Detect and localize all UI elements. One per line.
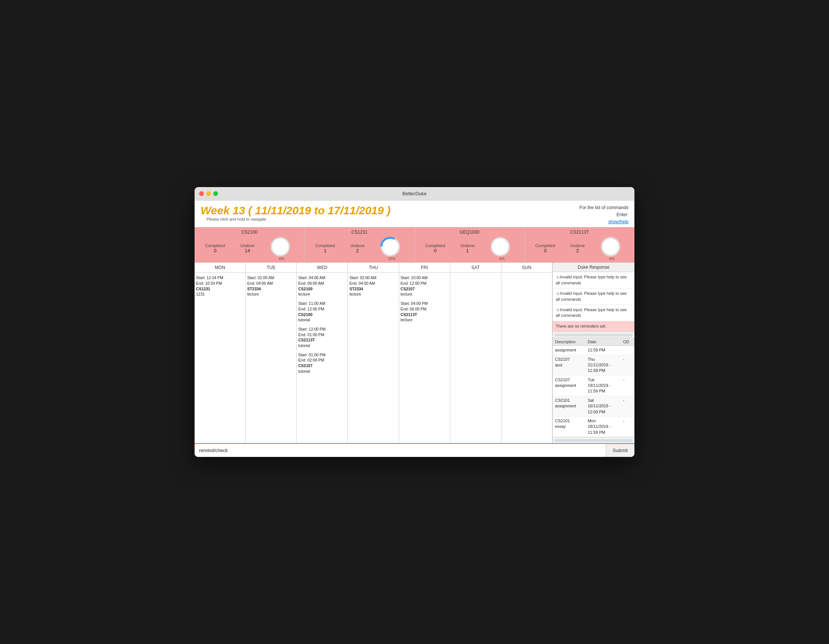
event-start: Start: 02:00 AM bbox=[349, 275, 397, 280]
close-button[interactable] bbox=[199, 191, 204, 196]
event-end: End: 04:00 AM bbox=[349, 280, 397, 286]
completed-label: Completed bbox=[425, 243, 445, 248]
response-messages[interactable]: ☺Invalid input. Please type help to see … bbox=[553, 272, 634, 332]
top-scrollbar[interactable] bbox=[553, 332, 634, 338]
completed-value: 0 bbox=[544, 248, 547, 254]
module-stats: Completed 0 Undone 14 0% bbox=[197, 236, 301, 260]
event-start: Start: 10:00 AM bbox=[401, 275, 448, 280]
days-body: Start: 12:34 PM End: 10:34 PM CS1231 123… bbox=[195, 273, 552, 443]
svg-point-0 bbox=[271, 238, 289, 256]
day-column-sun bbox=[501, 273, 552, 443]
module-name: CS2100 bbox=[241, 230, 257, 235]
module-stats: Completed 0 Undone 2 0% bbox=[528, 236, 632, 260]
table-cell: Sat 16/11/2019 - 12:00 PM bbox=[586, 396, 621, 416]
table-header: Date bbox=[586, 338, 621, 346]
event-end: End: 06:00 PM bbox=[401, 306, 448, 312]
tasks-table[interactable]: DescriptionDateOD assignment11:59 PMCS21… bbox=[553, 338, 634, 437]
response-message: There are no reminders set. bbox=[553, 321, 634, 332]
event-type: lecture bbox=[401, 291, 448, 297]
day-header: SAT bbox=[450, 263, 501, 272]
event-start: Start: 02:00 AM bbox=[247, 275, 295, 280]
titlebar: BetterDuke bbox=[195, 187, 634, 200]
event-start: Start: 12:00 PM bbox=[298, 326, 346, 332]
event-type: tutorial bbox=[298, 368, 346, 374]
week-title: Week 13 ( 11/11/2019 to 17/11/2019 ) bbox=[200, 204, 391, 217]
donut-percent: 0% bbox=[609, 257, 614, 261]
table-cell: CS2107 assignment bbox=[553, 375, 586, 396]
event-course: CS2100 bbox=[298, 286, 346, 292]
table-cell: - bbox=[621, 355, 634, 375]
donut-percent: 33% bbox=[388, 257, 396, 261]
event-course: ST2334 bbox=[247, 286, 295, 292]
day-column-sat bbox=[450, 273, 501, 443]
event-course: CS1231 bbox=[196, 286, 244, 292]
undone-value: 14 bbox=[244, 248, 250, 254]
event-end: End: 06:00 AM bbox=[298, 280, 346, 286]
command-input[interactable] bbox=[195, 444, 606, 457]
calendar-grid: MONTUEWEDTHUFRISATSUN Start: 12:34 PM En… bbox=[195, 263, 552, 443]
table-row: CS2107 quizThu 21/11/2019 - 11:59 PM- bbox=[553, 355, 634, 375]
table-cell: Tue 19/11/2019 - 11:59 PM bbox=[586, 375, 621, 396]
help-line2: Enter: bbox=[616, 212, 629, 217]
day-column-tue: Start: 02:00 AM End: 04:00 AM ST2334 lec… bbox=[246, 273, 297, 443]
event-course: CS2113T bbox=[298, 337, 346, 343]
scrollbar-track-bottom bbox=[554, 439, 633, 442]
module-stats: Completed 1 Undone 2 33% bbox=[307, 236, 411, 260]
main-content: Week 13 ( 11/11/2019 to 17/11/2019 ) Ple… bbox=[195, 200, 634, 457]
response-message: ☺Invalid input. Please type help to see … bbox=[553, 305, 634, 321]
completed-stat: Completed 0 bbox=[535, 243, 555, 254]
help-link[interactable]: show/help bbox=[608, 219, 629, 224]
day-column-thu: Start: 02:00 AM End: 04:00 AM ST2334 lec… bbox=[348, 273, 399, 443]
undone-stat: Undone 2 bbox=[570, 243, 585, 254]
module-stats: Completed 0 Undone 1 0% bbox=[418, 236, 522, 260]
event-start: Start: 11:00 AM bbox=[298, 301, 346, 306]
event-course: CS2113T bbox=[401, 312, 448, 318]
svg-point-4 bbox=[602, 238, 619, 256]
event-course: CS2107 bbox=[401, 286, 448, 292]
event-course: ST2334 bbox=[349, 286, 397, 292]
event-end: End: 10:34 PM bbox=[196, 280, 244, 286]
event-type: tutorial bbox=[298, 317, 346, 323]
event-block: Start: 12:00 PM End: 01:00 PM CS2113T tu… bbox=[298, 326, 346, 348]
table-row: CS2101 essayMon 18/11/2019 - 11:59 PM- bbox=[553, 417, 634, 437]
completed-label: Completed bbox=[315, 243, 335, 248]
event-type: lecture bbox=[298, 291, 346, 297]
module-name: CS2113T bbox=[570, 230, 589, 235]
donut-chart: 0% bbox=[600, 236, 624, 260]
submit-button[interactable]: Submit bbox=[606, 444, 634, 457]
completed-stat: Completed 1 bbox=[315, 243, 335, 254]
days-header: MONTUEWEDTHUFRISATSUN bbox=[195, 263, 552, 273]
event-end: End: 01:00 PM bbox=[298, 332, 346, 338]
event-block: Start: 04:00 PM End: 06:00 PM CS2113T le… bbox=[401, 301, 448, 323]
event-block: Start: 04:00 AM End: 06:00 AM CS2100 lec… bbox=[298, 275, 346, 297]
app-window: BetterDuke Week 13 ( 11/11/2019 to 17/11… bbox=[195, 187, 634, 457]
calendar-area: MONTUEWEDTHUFRISATSUN Start: 12:34 PM En… bbox=[195, 263, 634, 443]
help-line1: For the list of commands bbox=[580, 205, 629, 210]
event-block: Start: 12:34 PM End: 10:34 PM CS1231 123… bbox=[196, 275, 244, 297]
event-end: End: 12:00 PM bbox=[401, 280, 448, 286]
table-cell: CS2107 quiz bbox=[553, 355, 586, 375]
module-block: CS2113T Completed 0 Undone 2 0% bbox=[525, 227, 634, 262]
donut-chart: 0% bbox=[270, 236, 294, 260]
bottom-scrollbar[interactable] bbox=[553, 437, 634, 443]
donut-percent: 0% bbox=[279, 257, 284, 261]
undone-label: Undone bbox=[240, 243, 255, 248]
day-header: MON bbox=[195, 263, 246, 272]
undone-label: Undone bbox=[570, 243, 585, 248]
event-start: Start: 04:00 AM bbox=[298, 275, 346, 280]
day-header: WED bbox=[297, 263, 348, 272]
minimize-button[interactable] bbox=[206, 191, 211, 196]
modules-row: CS2100 Completed 0 Undone 14 0% CS1231 C… bbox=[195, 227, 634, 263]
event-course: CS2100 bbox=[298, 312, 346, 318]
input-bar: Submit bbox=[195, 443, 634, 457]
completed-value: 1 bbox=[324, 248, 326, 254]
module-name: GEQ1000 bbox=[460, 230, 479, 235]
donut-percent: 0% bbox=[499, 257, 504, 261]
svg-point-3 bbox=[491, 238, 509, 256]
day-header: THU bbox=[348, 263, 399, 272]
completed-value: 0 bbox=[214, 248, 216, 254]
help-text: For the list of commands Enter: show/hel… bbox=[580, 204, 629, 226]
module-block: CS2100 Completed 0 Undone 14 0% bbox=[195, 227, 304, 262]
maximize-button[interactable] bbox=[213, 191, 218, 196]
event-block: Start: 10:00 AM End: 12:00 PM CS2107 lec… bbox=[401, 275, 448, 297]
